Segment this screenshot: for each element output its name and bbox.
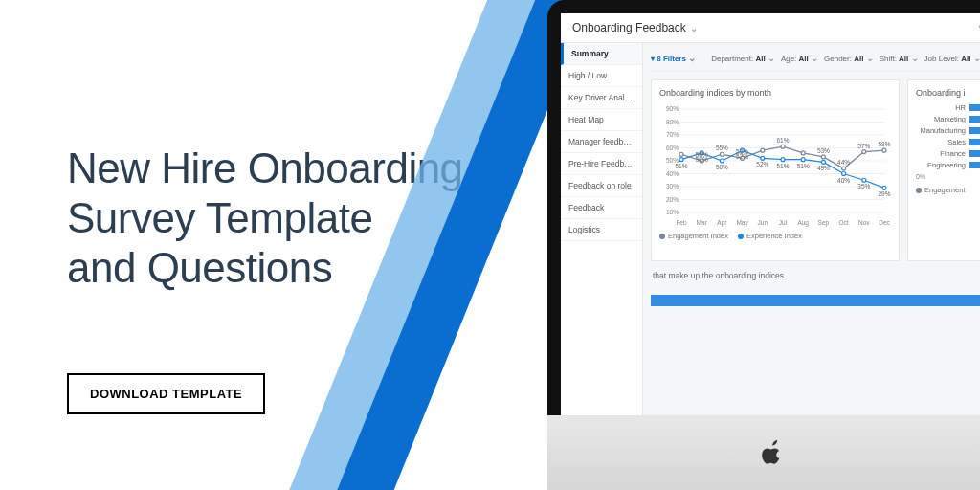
svg-text:Apr: Apr bbox=[717, 219, 727, 227]
distribution-bar bbox=[651, 295, 980, 306]
svg-text:Aug: Aug bbox=[797, 219, 809, 227]
svg-text:70%: 70% bbox=[666, 131, 679, 138]
onboarding-indices-side-panel: Onboarding i HRMarketingManufacturingSal… bbox=[907, 79, 980, 261]
svg-text:Nov: Nov bbox=[858, 219, 870, 226]
svg-point-49 bbox=[862, 178, 866, 182]
chevron-down-icon: ⌄ bbox=[688, 53, 696, 63]
category-bar-row: HR bbox=[916, 103, 980, 112]
svg-point-40 bbox=[679, 158, 683, 162]
title-line-2: Survey Template bbox=[67, 194, 372, 241]
dashboard-screenshot: Onboarding Feedback ⌄ ✎ SummaryHigh / Lo… bbox=[561, 13, 980, 415]
sidenav-item[interactable]: Heat Map bbox=[561, 109, 642, 131]
svg-text:51%: 51% bbox=[797, 163, 810, 169]
svg-text:90%: 90% bbox=[666, 105, 679, 112]
svg-text:60%: 60% bbox=[666, 145, 679, 151]
svg-text:Jul: Jul bbox=[779, 219, 788, 226]
panel-title: Onboarding i bbox=[916, 88, 980, 98]
svg-point-45 bbox=[781, 158, 785, 162]
svg-text:Oct: Oct bbox=[839, 219, 849, 226]
category-bar-row: Manufacturing bbox=[916, 126, 980, 135]
svg-text:Feb: Feb bbox=[676, 219, 687, 226]
sidenav-item[interactable]: High / Low bbox=[561, 65, 642, 87]
filter-dropdown[interactable]: Department: All ⌄ bbox=[711, 55, 775, 63]
dashboard-sidenav: SummaryHigh / LowKey Driver AnalysisHeat… bbox=[561, 43, 643, 415]
svg-text:58%: 58% bbox=[878, 141, 890, 147]
filter-dropdown[interactable]: Age: All ⌄ bbox=[781, 55, 818, 63]
dashboard-title-bar[interactable]: Onboarding Feedback ⌄ ✎ bbox=[561, 13, 980, 43]
onboarding-indices-line-chart: 10%20%30%40%50%60%70%80%90%FebMarAprMayJ… bbox=[659, 103, 891, 228]
section-subhead: that make up the onboarding indices bbox=[653, 271, 980, 280]
download-template-button[interactable]: DOWNLOAD TEMPLATE bbox=[67, 373, 265, 414]
svg-point-39 bbox=[882, 148, 886, 152]
filters-toggle[interactable]: ▾ 8 Filters ⌄ bbox=[651, 53, 696, 63]
svg-point-50 bbox=[882, 186, 886, 189]
axis-label: 0% bbox=[916, 173, 980, 180]
svg-point-46 bbox=[801, 158, 805, 162]
svg-text:80%: 80% bbox=[666, 119, 679, 125]
svg-text:29%: 29% bbox=[878, 190, 890, 197]
filter-dropdown[interactable]: Gender: All ⌄ bbox=[824, 55, 874, 63]
sidenav-item[interactable]: Logistics bbox=[561, 219, 642, 241]
filter-icon: ▾ bbox=[651, 55, 655, 63]
legend-dot-engagement bbox=[659, 234, 665, 239]
svg-text:52%: 52% bbox=[736, 153, 748, 160]
svg-point-37 bbox=[842, 167, 846, 170]
chart-legend: Engagement Index Experience Index bbox=[659, 232, 891, 240]
sidenav-item[interactable]: Feedback on role bbox=[561, 175, 642, 197]
svg-text:10%: 10% bbox=[666, 209, 679, 215]
svg-text:52%: 52% bbox=[756, 161, 768, 167]
svg-text:May: May bbox=[736, 219, 748, 227]
svg-point-44 bbox=[761, 156, 765, 160]
category-bar-row: Sales bbox=[916, 138, 980, 146]
svg-text:Mar: Mar bbox=[697, 219, 708, 226]
svg-point-42 bbox=[720, 159, 724, 163]
svg-point-35 bbox=[801, 151, 805, 155]
svg-text:44%: 44% bbox=[837, 159, 850, 166]
sidenav-item[interactable]: Pre-Hire Feedback bbox=[561, 153, 642, 175]
filter-bar: ▾ 8 Filters ⌄ Department: All ⌄Age: All … bbox=[651, 49, 980, 72]
svg-text:Jun: Jun bbox=[758, 219, 768, 226]
monitor-chin bbox=[547, 415, 980, 490]
sidenav-item[interactable]: Manager feedback bbox=[561, 131, 642, 153]
svg-point-29 bbox=[679, 152, 683, 156]
onboarding-indices-chart-panel: Onboarding indices by month 10%20%30%40%… bbox=[651, 79, 900, 261]
svg-text:51%: 51% bbox=[776, 163, 789, 169]
svg-text:35%: 35% bbox=[858, 183, 870, 189]
product-screenshot-monitor: Onboarding Feedback ⌄ ✎ SummaryHigh / Lo… bbox=[547, 0, 980, 490]
svg-text:50%: 50% bbox=[716, 164, 728, 170]
title-line-1: New Hire Onboarding bbox=[67, 145, 463, 191]
title-line-3: and Questions bbox=[67, 244, 332, 291]
svg-text:30%: 30% bbox=[666, 183, 679, 189]
svg-text:49%: 49% bbox=[817, 165, 830, 171]
svg-text:20%: 20% bbox=[666, 196, 679, 203]
svg-text:55%: 55% bbox=[716, 145, 728, 151]
svg-text:Sep: Sep bbox=[818, 219, 830, 227]
svg-text:61%: 61% bbox=[776, 137, 789, 144]
sidenav-item[interactable]: Key Driver Analysis bbox=[561, 87, 642, 109]
category-bar-row: Finance bbox=[916, 149, 980, 158]
category-bar-row: Engineering bbox=[916, 161, 980, 169]
sidenav-item[interactable]: Feedback bbox=[561, 197, 642, 219]
sidenav-item[interactable]: Summary bbox=[561, 43, 642, 65]
category-bar-row: Marketing bbox=[916, 115, 980, 123]
filter-dropdown[interactable]: Job Level: All ⌄ bbox=[924, 55, 980, 63]
svg-text:51%: 51% bbox=[675, 163, 687, 169]
svg-point-34 bbox=[781, 145, 785, 148]
distribution-label: Distribution bbox=[651, 284, 980, 293]
svg-text:53%: 53% bbox=[817, 147, 830, 154]
panel-title: Onboarding indices by month bbox=[659, 88, 891, 98]
svg-text:50%: 50% bbox=[696, 156, 708, 163]
svg-point-36 bbox=[821, 155, 825, 159]
svg-text:40%: 40% bbox=[666, 170, 679, 177]
filter-dropdown[interactable]: Shift: All ⌄ bbox=[880, 55, 919, 63]
chevron-down-icon: ⌄ bbox=[690, 23, 698, 33]
svg-point-33 bbox=[761, 148, 765, 152]
svg-text:57%: 57% bbox=[858, 143, 870, 149]
svg-point-48 bbox=[842, 172, 846, 176]
legend-dot bbox=[916, 188, 922, 193]
legend-dot-experience bbox=[738, 234, 744, 239]
svg-point-38 bbox=[862, 150, 866, 154]
apple-logo-icon bbox=[762, 440, 783, 465]
svg-text:Dec: Dec bbox=[879, 219, 890, 226]
svg-text:40%: 40% bbox=[837, 177, 850, 184]
